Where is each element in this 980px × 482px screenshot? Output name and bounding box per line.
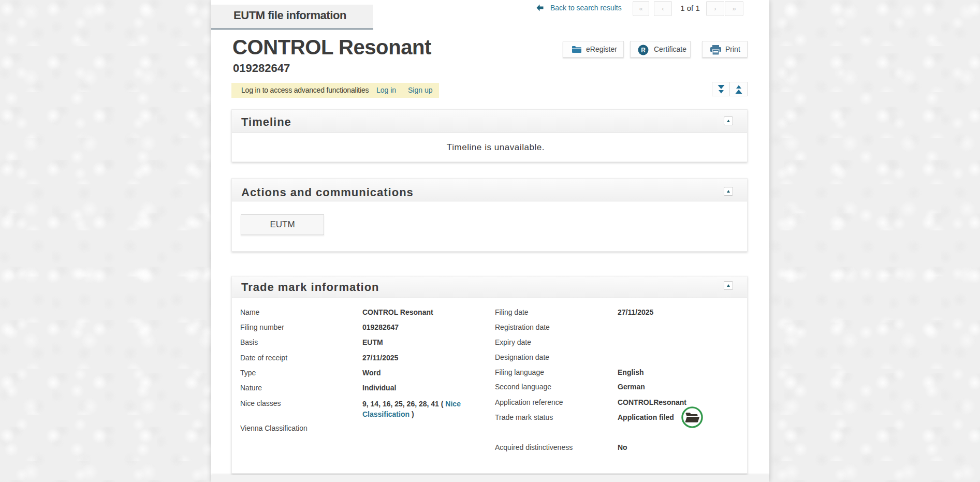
svg-text:R: R [641, 47, 646, 54]
